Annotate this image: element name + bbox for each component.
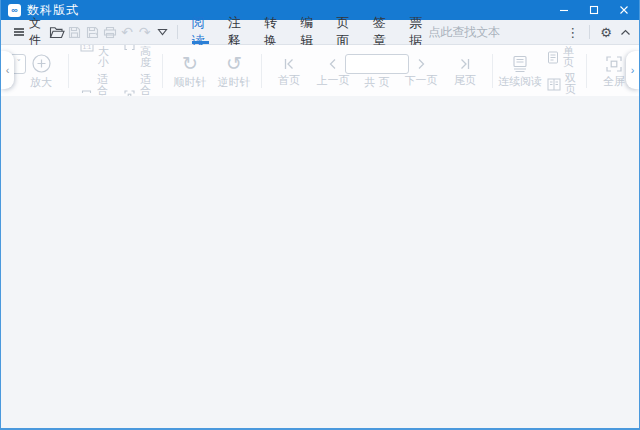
save-button[interactable] (66, 23, 83, 41)
search-box (426, 24, 540, 40)
tab-invoice[interactable]: 票据 (409, 20, 426, 44)
toolbar-more-dropdown-icon[interactable] (153, 23, 170, 41)
tab-signature[interactable]: 签章 (373, 20, 390, 44)
ribbon-toolbar: ‹ ˅ 比例 放大 1:1 (1, 45, 639, 97)
actual-size-button[interactable]: 1:1 实际大小 (80, 45, 109, 68)
tab-page[interactable]: 页面 (337, 20, 354, 44)
menubar-right-icons: ⋮ ⚙ (566, 25, 631, 39)
double-page-button[interactable]: 双页 (547, 73, 576, 95)
page-layout-group: 单页 双页 (542, 46, 581, 95)
file-menu-button[interactable]: 文件 (9, 15, 49, 49)
actual-size-icon: 1:1 (80, 45, 94, 52)
ribbon-tabs: 阅读 注释 转换 编辑 页面 签章 票据 (192, 20, 427, 44)
svg-text:1:1: 1:1 (83, 45, 92, 49)
single-page-icon (547, 51, 559, 64)
tab-edit[interactable]: 编辑 (300, 20, 317, 44)
last-page-icon (457, 56, 473, 72)
fit-page-button[interactable]: 适合页面 (123, 74, 151, 98)
fit-group: 1:1 实际大小 适合高度 适合宽度 (74, 45, 157, 97)
open-file-button[interactable] (49, 23, 66, 41)
rotate-counterclockwise-icon: ↺ (226, 54, 242, 74)
zoom-in-button[interactable]: 放大 (19, 53, 63, 88)
first-page-icon (281, 56, 297, 72)
menubar: 文件 ↶ ↷ (1, 20, 639, 45)
next-page-button[interactable]: 下一页 (399, 56, 443, 86)
first-page-button[interactable]: 首页 (267, 56, 311, 86)
continuous-read-button[interactable]: 连续阅读 (498, 55, 542, 87)
print-button[interactable] (101, 23, 118, 41)
collapse-ribbon-icon[interactable] (620, 29, 631, 36)
continuous-read-icon (510, 55, 530, 73)
right-separator (589, 25, 590, 39)
fit-width-button[interactable]: 适合宽度 (80, 74, 109, 98)
save-as-button[interactable] (84, 23, 101, 41)
settings-gear-icon[interactable]: ⚙ (600, 26, 612, 39)
hamburger-icon (13, 27, 25, 37)
last-page-button[interactable]: 尾页 (443, 56, 487, 86)
close-button[interactable] (609, 0, 639, 20)
rotate-clockwise-button[interactable]: ↻ 顺时针 (168, 54, 212, 88)
single-page-button[interactable]: 单页 (547, 46, 576, 68)
prev-page-icon (325, 56, 341, 72)
tab-annotate[interactable]: 注释 (228, 20, 245, 44)
page-number-group: 共 页 (355, 54, 399, 88)
more-options-icon[interactable]: ⋮ (566, 26, 579, 39)
undo-icon[interactable]: ↶ (118, 23, 135, 41)
ribbon-scroll-right-button[interactable]: › (626, 51, 639, 89)
rotate-counterclockwise-button[interactable]: ↺ 逆时针 (212, 54, 256, 88)
next-page-icon (413, 56, 429, 72)
search-input[interactable] (426, 24, 540, 40)
fit-height-button[interactable]: 适合高度 (123, 45, 151, 68)
tab-convert[interactable]: 转换 (264, 20, 281, 44)
fullscreen-icon (605, 55, 623, 73)
tab-read[interactable]: 阅读 (192, 20, 209, 44)
document-canvas[interactable] (1, 96, 639, 428)
pages-total-label: 共 页 (364, 77, 389, 88)
fit-height-icon (123, 45, 136, 52)
rotate-clockwise-icon: ↻ (182, 54, 198, 74)
zoom-in-icon (31, 53, 52, 74)
app-window: ∞ 数科版式 文件 (0, 0, 640, 430)
double-page-icon (547, 78, 561, 91)
redo-icon[interactable]: ↷ (136, 23, 153, 41)
titlebar: ∞ 数科版式 (1, 0, 639, 20)
ribbon-scroll-left-button[interactable]: ‹ (1, 51, 14, 89)
minimize-button[interactable] (549, 0, 579, 20)
file-menu-label: 文件 (29, 15, 45, 49)
maximize-button[interactable] (579, 0, 609, 20)
window-controls (549, 0, 639, 20)
menubar-separator (177, 25, 178, 39)
